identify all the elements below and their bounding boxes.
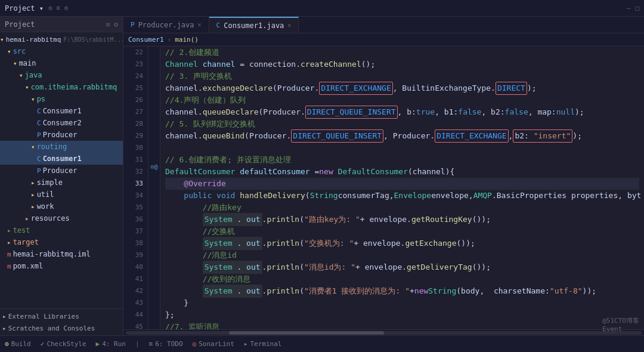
project-icon: ▾ xyxy=(0,36,4,44)
code-line-22: // 2.创建频道 xyxy=(165,47,639,58)
producer-routing-label: Producer xyxy=(43,166,78,175)
project-root-path: F:\BOS\rabbitM... xyxy=(63,36,123,43)
status-build[interactable]: ⚙ Build xyxy=(5,340,31,348)
sidebar-item-routing[interactable]: ▾ routing xyxy=(0,141,123,153)
code-line-29: channel. queueBind (Producer. DIRECT_QUE… xyxy=(165,130,639,142)
sidebar-item-consumer2[interactable]: C Consumer2 xyxy=(0,117,123,129)
producer-tab-close[interactable]: × xyxy=(198,21,202,28)
code-line-27: channel. queueDeclare (Producer. DIRECT_… xyxy=(165,106,639,118)
sidebar-item-java[interactable]: ▾ java xyxy=(0,69,123,81)
project-sidebar: Project ≡ ⚙ ▾ hemai-rabbitmq F:\BOS\rabb… xyxy=(0,17,123,335)
status-todo[interactable]: ≡ 6: TODO xyxy=(149,340,183,348)
minimize-btn[interactable]: — xyxy=(627,4,631,12)
sidebar-item-resources[interactable]: ▸ resources xyxy=(0,212,123,224)
util-label: util xyxy=(37,190,54,199)
sidebar-item-consumer1-ps[interactable]: C Consumer1 xyxy=(0,105,123,117)
main-icon: ▾ xyxy=(13,60,17,67)
resources-icon: ▸ xyxy=(25,215,29,223)
sidebar-item-test[interactable]: ▸ test xyxy=(0,224,123,236)
java-icon: ▾ xyxy=(19,72,23,79)
horizontal-scrollbar[interactable] xyxy=(123,329,644,335)
code-line-41: //收到的消息 xyxy=(165,273,639,285)
sidebar-bottom: ▸ External Libraries ▸ Scratches and Con… xyxy=(0,308,123,335)
routing-icon: ▾ xyxy=(31,143,35,151)
sidebar-item-ext-libraries[interactable]: ▸ External Libraries xyxy=(0,310,123,322)
code-line-23: Channel channel = connection. createChan… xyxy=(165,58,639,70)
sidebar-item-consumer1-routing[interactable]: C Consumer1 xyxy=(0,153,123,165)
consumer1-routing-label: Consumer1 xyxy=(43,155,82,163)
editor-tabs: P Producer.java × C Consumer1.java × xyxy=(123,17,644,33)
sidebar-item-ps[interactable]: ▾ ps xyxy=(0,93,123,105)
consumer-tab-label: Consumer1.java xyxy=(224,21,284,30)
tab-producer[interactable]: P Producer.java × xyxy=(123,17,209,33)
routing-label: routing xyxy=(37,143,67,151)
sidebar-item-src[interactable]: ▾ src xyxy=(0,45,123,57)
maximize-btn[interactable]: □ xyxy=(635,4,639,12)
code-line-44: }; xyxy=(165,309,639,321)
status-terminal[interactable]: ▸ Terminal xyxy=(244,340,282,348)
class-icon-p1: P xyxy=(37,131,41,139)
sidebar-item-main[interactable]: ▾ main xyxy=(0,57,123,69)
breadcrumb-method: main() xyxy=(175,36,199,44)
code-line-35: //路由key xyxy=(165,202,639,214)
simple-label: simple xyxy=(37,178,63,187)
sidebar-item-work[interactable]: ▸ work xyxy=(0,200,123,212)
ext-label: External Libraries xyxy=(8,313,79,320)
com-label: com.itheima.rabbitmq xyxy=(31,83,117,91)
util-icon: ▸ xyxy=(31,191,35,199)
test-label: test xyxy=(13,226,30,234)
project-root-label: hemai-rabbitmq xyxy=(6,36,61,44)
iml-label: hemai-rabbitmq.iml xyxy=(13,250,91,258)
sidebar-item-project-root[interactable]: ▾ hemai-rabbitmq F:\BOS\rabbitM... xyxy=(0,33,123,45)
status-sonarlint[interactable]: ◎ SonarLint xyxy=(193,340,234,348)
breadcrumb: Consumer1 › main() xyxy=(123,33,644,47)
class-icon-pr: P xyxy=(37,167,41,175)
sidebar-item-target[interactable]: ▸ target xyxy=(0,236,123,248)
menu-project[interactable]: Project ▾ xyxy=(5,4,44,13)
code-line-40: System . out . println ( "消息id为: " + env… xyxy=(165,261,639,273)
test-icon: ▸ xyxy=(7,227,11,234)
terminal-icon: ▸ xyxy=(244,340,248,348)
scrollbar-thumb[interactable] xyxy=(229,331,384,335)
ps-icon: ▾ xyxy=(31,95,35,103)
breadcrumb-sep: › xyxy=(168,36,172,44)
consumer-tab-close[interactable]: × xyxy=(287,22,291,29)
scratches-label: Scratches and Consoles xyxy=(8,325,95,332)
ext-icon: ▸ xyxy=(2,313,7,320)
sidebar-item-producer-ps[interactable]: P Producer xyxy=(0,129,123,141)
code-content[interactable]: // 2.创建频道 Channel channel = connection. … xyxy=(160,47,644,329)
title-bar: Project ▾ ⚙ ≡ ⚙ — □ xyxy=(0,0,644,17)
code-line-32: DefaultConsumer defaultConsumer = new De… xyxy=(165,166,639,178)
src-icon: ▾ xyxy=(7,48,11,55)
sidebar-item-simple[interactable]: ▸ simple xyxy=(0,177,123,189)
pom-label: pom.xml xyxy=(13,262,44,270)
status-run[interactable]: ▶ 4: Run xyxy=(96,340,126,348)
target-label: target xyxy=(13,238,39,246)
sidebar-item-com[interactable]: ▾ com.itheima.rabbitmq xyxy=(0,81,123,93)
run-icon: ▶ xyxy=(96,340,100,348)
status-checkstyle[interactable]: ✓ CheckStyle xyxy=(41,340,86,348)
producer-tab-icon: P xyxy=(131,21,135,29)
target-icon: ▸ xyxy=(7,239,11,246)
producer-tab-label: Producer.java xyxy=(138,21,194,29)
ps-label: ps xyxy=(37,95,45,103)
scrollbar-track[interactable] xyxy=(126,331,642,335)
code-line-43: } xyxy=(165,297,639,309)
sidebar-item-util[interactable]: ▸ util xyxy=(0,189,123,200)
producer-ps-label: Producer xyxy=(43,131,78,139)
code-line-36: System . out . println ( "路由key为: " + en… xyxy=(165,214,639,226)
sidebar-item-scratches[interactable]: ▸ Scratches and Consoles xyxy=(0,322,123,334)
sidebar-item-iml[interactable]: m hemai-rabbitmq.iml xyxy=(0,248,123,260)
sidebar-settings-icon[interactable]: ⚙ xyxy=(114,20,118,29)
sidebar-item-producer-routing[interactable]: P Producer xyxy=(0,165,123,177)
sonarlint-icon: ◎ xyxy=(193,340,197,348)
code-line-45: //7. 监听消息 xyxy=(165,321,639,329)
sidebar-item-pom[interactable]: m pom.xml xyxy=(0,260,123,272)
code-editor[interactable]: 22 23 24 25 26 27 28 29 30 31 32 33 34 3… xyxy=(123,47,644,329)
class-icon-c1r: C xyxy=(37,155,41,163)
tab-consumer1[interactable]: C Consumer1.java × xyxy=(209,17,299,33)
sidebar-collapse-icon[interactable]: ≡ xyxy=(106,20,110,29)
main-label: main xyxy=(19,59,36,67)
status-bar: ⚙ Build ✓ CheckStyle ▶ 4: Run | ≡ 6: TOD… xyxy=(0,335,644,352)
simple-icon: ▸ xyxy=(31,179,35,187)
